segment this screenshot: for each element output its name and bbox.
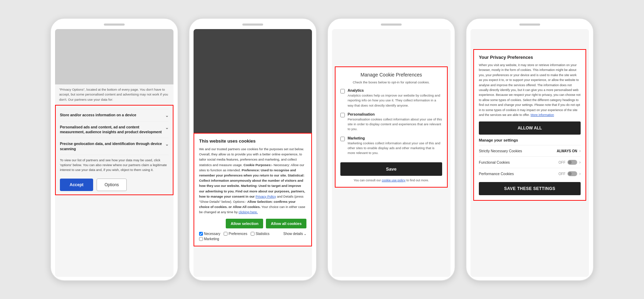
chevron-down-icon-1: ⌄	[165, 113, 169, 118]
phone2-title: This website uses cookies	[199, 138, 306, 144]
cookie-policy-link[interactable]: cookie use policy	[382, 179, 406, 182]
phone1-above-text: "Privacy Options", located at the bottom…	[55, 84, 173, 105]
phone3-main-box: Manage Cookie Preferences Check the boxe…	[335, 66, 448, 188]
allow-all-cookies-button[interactable]: Allow all cookies	[266, 219, 306, 228]
toggle-right-3: OFF ›	[558, 171, 581, 176]
phones-container: "Privacy Options", located at the bottom…	[0, 4, 644, 295]
preferences-checkbox[interactable]	[224, 232, 227, 236]
checkbox-necessary[interactable]: Necessary	[199, 232, 220, 236]
save-settings-button[interactable]: SAVE THESE SETTINGS	[479, 182, 581, 195]
statistics-checkbox[interactable]	[251, 232, 254, 236]
toggle-row-performance: Performance Cookies OFF ›	[479, 168, 581, 179]
toggle-right-1: ALWAYS ON ›	[557, 148, 581, 153]
phone2-main-box: This website uses cookies We and our tru…	[194, 133, 312, 246]
checkbox-marketing[interactable]: Marketing	[199, 237, 219, 241]
chevron-right-icon-2[interactable]: ›	[579, 160, 581, 165]
phone1-bottom-text: To view our list of partners and see how…	[60, 155, 169, 175]
phone-4-screen: Your Privacy Preferences When you visit …	[471, 29, 589, 277]
necessary-checkbox[interactable]	[199, 232, 203, 236]
save-button[interactable]: Save	[340, 162, 442, 176]
phone2-background	[194, 29, 312, 133]
toggle-row-functional: Functional Cookies OFF ›	[479, 156, 581, 168]
phone1-item-3[interactable]: Precise geolocation data, and identifica…	[60, 138, 169, 154]
phone1-inner-content: Store and/or access information on a dev…	[56, 106, 173, 195]
phone3-subtitle: Check the boxes below to opt-in for opti…	[340, 80, 442, 84]
toggle-knob-performance	[568, 172, 572, 175]
phone3-option-analytics: Analytics Analytics cookies help us impr…	[340, 88, 442, 108]
chevron-down-icon-2: ⌄	[165, 125, 169, 130]
phone-3-screen: Manage Cookie Preferences Check the boxe…	[332, 29, 450, 277]
allow-selection-button[interactable]: Allow selection	[226, 219, 263, 228]
phone3-above	[332, 29, 450, 64]
phone3-option-personalisation-content: Personalisation Personalisation cookies …	[348, 112, 442, 132]
phone4-main-box: Your Privacy Preferences When you visit …	[473, 49, 586, 201]
allow-all-button[interactable]: ALLOW ALL	[479, 121, 581, 135]
chevron-right-icon-3[interactable]: ›	[579, 171, 581, 176]
analytics-checkbox[interactable]	[340, 89, 345, 93]
privacy-policy-link[interactable]: Privacy Policy	[256, 194, 276, 198]
show-details-button[interactable]: Show details ⌄	[283, 232, 306, 236]
phone-4: Your Privacy Preferences When you visit …	[466, 18, 594, 281]
toggle-row-strictly-necessary: Strictly Necessary Cookies ALWAYS ON ›	[479, 145, 581, 156]
phone-top-bar-1	[104, 24, 125, 26]
phone1-buttons: Accept Options	[60, 179, 169, 191]
checkbox-statistics[interactable]: Statistics	[251, 232, 269, 236]
more-info-link[interactable]: More information	[530, 113, 554, 117]
options-button[interactable]: Options	[97, 179, 127, 191]
phone1-item-2[interactable]: Personalised ads and content, ad and con…	[60, 121, 169, 138]
functional-toggle[interactable]	[567, 160, 577, 165]
phone3-title: Manage Cookie Preferences	[340, 72, 442, 78]
phone1-background	[55, 29, 173, 84]
personalisation-checkbox[interactable]	[340, 113, 345, 117]
phone4-title: Your Privacy Preferences	[479, 55, 581, 60]
phone-top-bar-4	[519, 24, 540, 26]
phone2-checkboxes: Necessary Preferences Statistics Show de…	[199, 232, 306, 241]
phone-1: "Privacy Options", located at the bottom…	[50, 18, 178, 281]
phone-2: This website uses cookies We and our tru…	[189, 18, 317, 281]
phone-2-screen: This website uses cookies We and our tru…	[194, 29, 312, 277]
phone3-option-personalisation: Personalisation Personalisation cookies …	[340, 112, 442, 132]
phone-3: Manage Cookie Preferences Check the boxe…	[327, 18, 455, 281]
marketing-checkbox[interactable]	[199, 237, 203, 241]
phone3-option-analytics-content: Analytics Analytics cookies help us impr…	[348, 88, 442, 108]
toggle-knob-functional	[568, 161, 572, 164]
phone4-above	[471, 29, 589, 46]
clicking-here-link[interactable]: clicking here.	[239, 210, 258, 214]
phone1-item-1[interactable]: Store and/or access information on a dev…	[60, 109, 169, 121]
chevron-down-icon-3: ⌄	[165, 142, 169, 147]
phone-1-screen: "Privacy Options", located at the bottom…	[55, 29, 173, 277]
phone4-body: When you visit any website, it may store…	[479, 63, 581, 117]
phone-top-bar-2	[242, 24, 263, 26]
checkbox-preferences[interactable]: Preferences	[224, 232, 247, 236]
toggle-right-2: OFF ›	[558, 160, 581, 165]
phone-top-bar-3	[381, 24, 402, 26]
phone1-main-box: Store and/or access information on a dev…	[55, 105, 173, 196]
chevron-down-icon-details: ⌄	[304, 232, 306, 236]
phone3-option-marketing-content: Marketing Marketing cookies collect info…	[348, 136, 442, 156]
phone2-buttons: Allow selection Allow all cookies	[199, 219, 306, 228]
phone4-manage-title: Manage your settings	[479, 138, 581, 142]
chevron-right-icon-1[interactable]: ›	[579, 148, 581, 153]
phone3-option-marketing: Marketing Marketing cookies collect info…	[340, 136, 442, 156]
phone3-consult: You can consult our cookie use policy to…	[340, 179, 442, 182]
marketing-pref-checkbox[interactable]	[340, 137, 345, 141]
performance-toggle[interactable]	[567, 171, 577, 176]
phone2-body: We and our trusted partners use cookies …	[199, 146, 306, 215]
accept-button[interactable]: Accept	[60, 179, 93, 191]
